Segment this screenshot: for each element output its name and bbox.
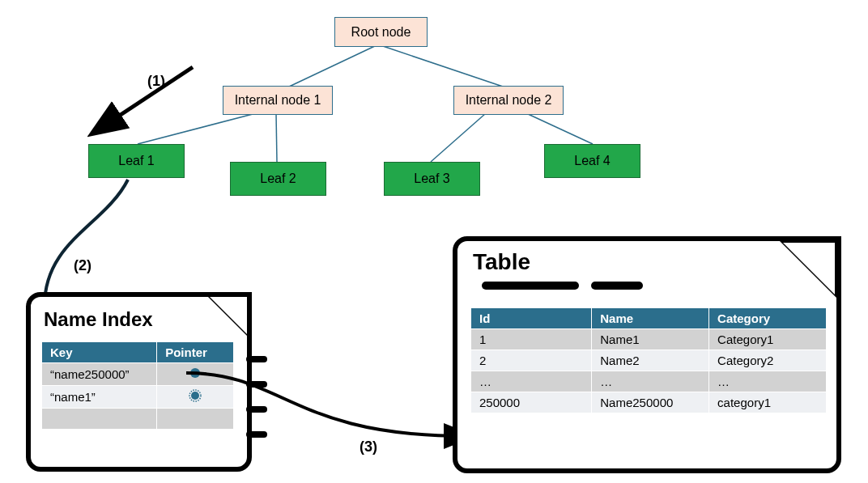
redaction-bar-icon: [591, 282, 643, 290]
pointer-icon: [189, 366, 202, 379]
svg-point-9: [191, 392, 199, 400]
step-2-label: (2): [74, 257, 91, 274]
index-row: “name1”: [42, 386, 234, 409]
leaf-2: Leaf 2: [230, 162, 326, 196]
table-row: … … …: [471, 371, 827, 392]
leaf-1: Leaf 1: [88, 144, 185, 178]
step-3-label: (3): [360, 439, 377, 455]
svg-line-4: [431, 113, 486, 162]
svg-line-2: [138, 113, 256, 144]
table-row: 250000 Name250000 category1: [471, 392, 827, 413]
table-header-category: Category: [709, 308, 827, 329]
index-header-pointer: Pointer: [157, 342, 234, 363]
index-row: “name250000”: [42, 363, 234, 386]
svg-line-1: [378, 44, 505, 87]
name-index-title: Name Index: [44, 308, 153, 331]
internal-node-2: Internal node 2: [453, 86, 564, 115]
leaf-4: Leaf 4: [544, 144, 640, 178]
table-card: Table Id Name Category 1 Name1 Category1…: [453, 236, 841, 473]
table-row: 2 Name2 Category2: [471, 350, 827, 371]
leaf-3: Leaf 3: [384, 162, 480, 196]
svg-line-5: [526, 113, 593, 144]
internal-node-1: Internal node 1: [223, 86, 333, 115]
root-node: Root node: [334, 17, 428, 47]
binder-hole-icon: [246, 431, 267, 438]
table-header-name: Name: [592, 308, 709, 329]
step-1-label: (1): [147, 73, 165, 90]
binder-hole-icon: [246, 406, 267, 413]
binder-hole-icon: [246, 381, 267, 388]
page-fold-icon: [203, 292, 252, 341]
svg-line-0: [287, 44, 378, 87]
redaction-bar-icon: [482, 282, 579, 290]
svg-point-8: [190, 368, 200, 378]
index-row: [42, 409, 234, 430]
name-index-card: Name Index Key Pointer “name250000” “nam…: [26, 292, 252, 472]
pointer-icon: [189, 389, 202, 402]
binder-hole-icon: [246, 356, 267, 362]
main-table: Id Name Category 1 Name1 Category1 2 Nam…: [470, 307, 827, 413]
index-header-key: Key: [42, 342, 157, 363]
table-header-id: Id: [471, 308, 592, 329]
svg-line-7: [97, 67, 193, 130]
svg-line-3: [276, 113, 277, 162]
table-row: 1 Name1 Category1: [471, 329, 827, 350]
page-fold-icon: [775, 236, 841, 303]
table-card-title: Table: [473, 249, 530, 275]
name-index-table: Key Pointer “name250000” “name1”: [41, 341, 234, 430]
